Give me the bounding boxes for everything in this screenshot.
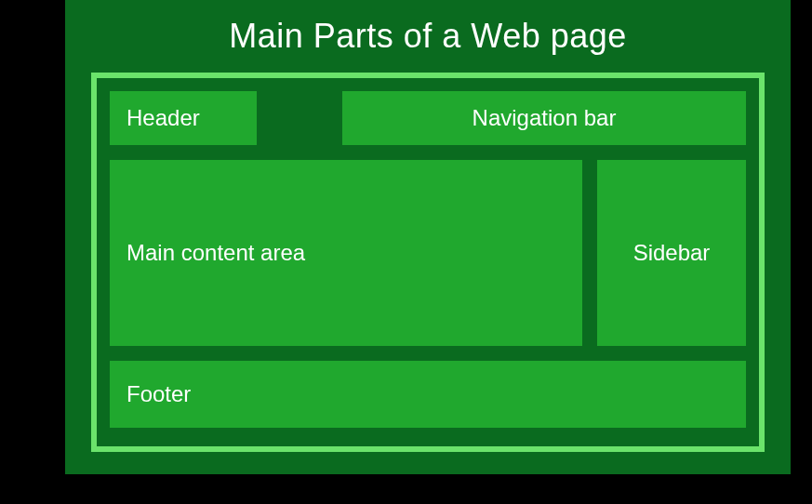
sidebar-section: Sidebar	[597, 160, 746, 346]
main-content-section: Main content area	[110, 160, 582, 346]
footer-section: Footer	[110, 361, 746, 428]
sidebar-label: Sidebar	[633, 240, 711, 266]
layout-frame: Header Navigation bar Main content area …	[91, 73, 765, 452]
row-middle: Main content area Sidebar	[110, 160, 746, 346]
navigation-label: Navigation bar	[473, 105, 617, 131]
header-section: Header	[110, 91, 257, 145]
diagram-title: Main Parts of a Web page	[91, 17, 765, 56]
footer-label: Footer	[126, 381, 191, 407]
navigation-section: Navigation bar	[342, 91, 746, 145]
header-label: Header	[126, 105, 200, 131]
diagram-canvas: Main Parts of a Web page Header Navigati…	[65, 0, 791, 474]
row-top: Header Navigation bar	[110, 91, 746, 145]
top-spacer	[272, 91, 327, 145]
row-bottom: Footer	[110, 361, 746, 428]
main-content-label: Main content area	[126, 240, 305, 266]
